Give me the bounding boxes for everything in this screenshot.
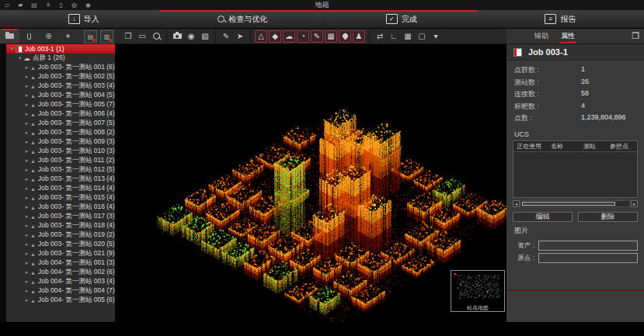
scroll-left-button[interactable]: ◂ [513, 200, 520, 207]
tab-favorites[interactable]: ✶ [58, 29, 78, 43]
save-card-icon[interactable]: ▤ [31, 0, 37, 10]
tree-root-job[interactable]: ▾Job 003-1 (1) [6, 44, 115, 54]
tab-geo[interactable]: ⊕ [39, 29, 58, 43]
pen-toggle-icon[interactable]: ✎ [311, 30, 323, 43]
tree-station-item[interactable]: ▸▲Job 003- 第一测站 006 (4)▦ [6, 109, 115, 119]
job-header: Job 003-1 [506, 44, 644, 61]
3d-viewport[interactable]: 站点地图 [115, 44, 506, 322]
cloud-toggle-icon[interactable]: ☁ [283, 30, 295, 43]
tree-station-item[interactable]: ▸▲Job 003- 第一测站 008 (2)▦ [6, 128, 115, 137]
tree-group-label: 点群 1 (26) [33, 54, 65, 63]
collapse-icon: ▸ [23, 64, 30, 71]
tree-station-item[interactable]: ▸▲Job 003- 第一测站 004 (5)▦ [6, 91, 115, 100]
scroll-right-button[interactable]: ▸ [631, 200, 638, 207]
measure-pen-icon[interactable]: ✎ [220, 30, 232, 43]
filter-stations-button[interactable]: ▥ [100, 30, 113, 43]
tree-station-item[interactable]: ▸▲Job 003- 第一测站 012 (5)▦ [6, 165, 115, 175]
info-icon[interactable]: ◉ [85, 0, 91, 10]
tree-station-item[interactable]: ▸▲Job 003- 第一测站 016 (4)▦ [6, 203, 115, 212]
step-report-label: 报告 [560, 14, 576, 25]
pin-toggle-icon[interactable] [339, 30, 351, 43]
folder-icon[interactable]: ▰ [18, 0, 23, 10]
filter-images-button[interactable]: ▤ [84, 30, 97, 43]
tree-station-item[interactable]: ▸▲Job 003- 第一测站 005 (7)▦ [6, 100, 115, 109]
person-toggle-icon[interactable]: ♟ [353, 30, 365, 43]
tree-station-item[interactable]: ▸▲Job 003- 第一测站 018 (4)▦ [6, 221, 115, 230]
dropdown-caret-icon[interactable]: ▾ [430, 30, 442, 43]
pick-cursor-icon[interactable]: ➤ [234, 30, 246, 43]
tree-station-item[interactable]: ▸▲Job 003- 第一测站 017 (3)▦ [6, 212, 115, 221]
tree-station-item[interactable]: ▸▲Job 003- 第一测站 011 (2)▦ [6, 156, 115, 165]
tree-pointcloud-group[interactable]: ▾☁点群 1 (26) [6, 54, 115, 63]
toolbar-group: ✎➤ [216, 29, 251, 44]
help-icon[interactable]: ◍ [71, 0, 77, 10]
ucs-table-body[interactable] [513, 152, 637, 197]
tab-辅助[interactable]: 辅助 [534, 31, 548, 43]
delete-icon[interactable]: ▯ [60, 0, 63, 10]
warning-toggle-icon[interactable]: △ [255, 30, 267, 43]
tree-station-item[interactable]: ▸▲Job 003- 第一测站 015 (4)▦ [6, 193, 115, 203]
asset-input[interactable] [538, 241, 638, 251]
step-import[interactable]: ↓导入 [0, 10, 168, 28]
step-inspect-optimize[interactable]: 检查与优化 [159, 10, 327, 28]
sphere-toggle-icon[interactable]: ◔ [297, 30, 309, 43]
tree-station-item[interactable]: ▸▲Job 003- 第一测站 021 (9)▦ [6, 249, 115, 258]
minimap-canvas[interactable] [451, 271, 504, 304]
measure-pen-icon-glyph: ✎ [223, 32, 229, 40]
window-select-icon[interactable]: ▭ [136, 30, 148, 43]
display-mode-icon[interactable]: ▢ [416, 30, 428, 43]
tree-station-item[interactable]: ▸▲Job 003- 第一测站 014 (4)▦ [6, 184, 115, 193]
link-swap-icon[interactable]: ⇄ [374, 30, 386, 43]
delete-button[interactable]: 删除 [578, 212, 638, 222]
tab-属性[interactable]: 属性 [561, 31, 575, 43]
tab-attachments[interactable] [19, 29, 39, 43]
tree-station-item[interactable]: ▸▲Job 004- 第一测站 004 (7)▦ [6, 286, 115, 296]
tree-station-item[interactable]: ▸▲Job 003- 第一测站 001 (6)▦ [6, 63, 115, 72]
render-spheres-icon[interactable]: ◉ [185, 30, 197, 43]
station-icon: ▲ [30, 121, 36, 126]
open-project-icon[interactable]: ▱ [5, 0, 9, 10]
minimap[interactable]: 站点地图 [451, 270, 505, 312]
tree-station-item[interactable]: ▸▲Job 004- 第一测站 001 (3)▦ [6, 258, 115, 268]
tree-station-item[interactable]: ▸▲Job 004- 第一测站 002 (6)▦ [6, 268, 115, 277]
station-icon: ▲ [30, 186, 36, 192]
scrollbar-thumb[interactable] [522, 202, 615, 206]
tree-station-item[interactable]: ▸▲Job 003- 第一测站 009 (3)▦ [6, 137, 115, 147]
point-cloud-canvas[interactable] [115, 44, 506, 322]
step-complete[interactable]: ✓完成 [318, 10, 486, 28]
settings-gear-icon[interactable]: ✳ [46, 0, 51, 10]
axis-icon[interactable]: ∟ [388, 30, 400, 43]
step-import-label: 导入 [84, 14, 99, 25]
edit-button[interactable]: 编辑 [513, 212, 573, 222]
station-label: Job 003- 第一测站 015 (4) [38, 193, 115, 203]
step-report[interactable]: ≡报告 [477, 10, 644, 28]
station-label: Job 004- 第一测站 002 (6) [38, 268, 115, 277]
scrollbar-track[interactable] [520, 200, 630, 207]
tab-project-tree[interactable] [0, 29, 19, 43]
station-icon: ▲ [30, 158, 36, 164]
collapse-icon: ▸ [23, 251, 30, 257]
collapse-icon: ▸ [23, 83, 30, 89]
tree-station-item[interactable]: ▸▲Job 004- 第一测站 005 (6)▦ [6, 296, 115, 305]
camera-icon[interactable] [171, 30, 183, 43]
tree-station-item[interactable]: ▸▲Job 003- 第一测站 020 (5)▦ [6, 240, 115, 249]
tree-station-item[interactable]: ▸▲Job 003- 第一测站 002 (5)▦ [6, 72, 115, 81]
tree-station-item[interactable]: ▸▲Job 003- 第一测站 010 (3)▦ [6, 147, 115, 156]
asset-label: 资产 : [513, 241, 534, 251]
origin-input[interactable] [538, 253, 638, 263]
image-toggle-icon[interactable]: ▦ [325, 30, 337, 43]
tag-toggle-icon[interactable]: ◆ [269, 30, 281, 43]
copy-view-icon[interactable]: ❐ [122, 30, 134, 43]
tree-station-item[interactable]: ▸▲Job 003- 第一测站 003 (4)▦ [6, 81, 115, 91]
tree-station-item[interactable]: ▸▲Job 003- 第一测站 019 (2)▦ [6, 230, 115, 240]
station-icon: ▲ [30, 149, 36, 154]
cube-view-icon[interactable]: ▧ [199, 30, 211, 43]
tree-station-item[interactable]: ▸▲Job 003- 第一测站 013 (4)▦ [6, 175, 115, 184]
zoom-window-icon[interactable] [150, 30, 162, 43]
panel-layout-icon[interactable]: ❐ [632, 31, 639, 41]
collapse-icon: ▸ [23, 120, 30, 126]
station-label: Job 003- 第一测站 006 (4) [38, 109, 115, 119]
tree-station-item[interactable]: ▸▲Job 004- 第一测站 003 (4)▦ [6, 277, 115, 286]
snapshot-icon[interactable]: ▦ [402, 30, 414, 43]
tree-station-item[interactable]: ▸▲Job 003- 第一测站 007 (5)▦ [6, 119, 115, 128]
